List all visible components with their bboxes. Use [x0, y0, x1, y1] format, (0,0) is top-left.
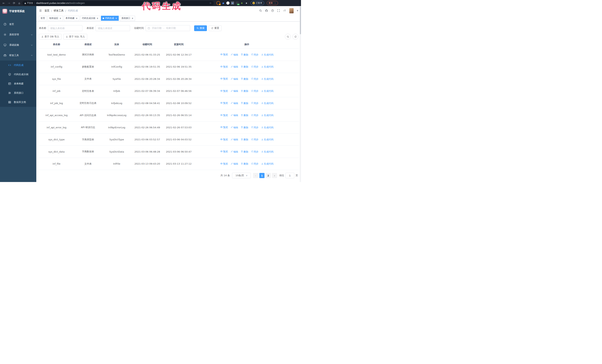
chevron-down-icon[interactable]: ▼ — [297, 10, 298, 12]
generate-code-link[interactable]: 生成代码 — [261, 138, 274, 141]
edit-link[interactable]: 编辑 — [231, 89, 238, 93]
sidebar-subitem-5[interactable]: 数据库文档 — [0, 98, 36, 107]
extension-icon[interactable]: ♠ — [240, 1, 243, 5]
generate-code-link[interactable]: 生成代码 — [261, 102, 274, 105]
delete-link[interactable]: 删除 — [241, 138, 248, 141]
edit-link[interactable]: 编辑 — [231, 65, 238, 69]
sidebar-item-3[interactable]: 基础设施 — [0, 40, 36, 50]
generate-code-link[interactable]: 生成代码 — [261, 89, 274, 93]
preview-link[interactable]: 预览 — [220, 53, 228, 56]
preview-link[interactable]: 预览 — [220, 138, 228, 141]
tab-系统接口[interactable]: 系统接口× — [120, 16, 135, 21]
sync-link[interactable]: 同步 — [251, 126, 258, 129]
paused-badge[interactable]: 已暂停 — [251, 1, 264, 5]
generate-code-link[interactable]: 生成代码 — [261, 150, 274, 154]
tab-代码生成示例[interactable]: 代码生成示例× — [80, 16, 100, 21]
github-icon[interactable] — [265, 9, 268, 12]
not-secure-warning[interactable]: ▲ 不安全 — [24, 2, 33, 4]
generate-code-link[interactable]: 生成代码 — [261, 65, 274, 69]
sync-link[interactable]: 同步 — [251, 150, 258, 154]
sidebar-item-2[interactable]: 系统管理 — [0, 30, 36, 40]
edit-link[interactable]: 编辑 — [231, 53, 238, 56]
edit-link[interactable]: 编辑 — [231, 138, 238, 141]
edit-link[interactable]: 编辑 — [231, 162, 238, 166]
delete-link[interactable]: 删除 — [241, 126, 248, 129]
puzzle-extension-icon[interactable]: ★ — [245, 1, 248, 5]
delete-link[interactable]: 删除 — [241, 150, 248, 154]
reset-button[interactable]: 重置 — [209, 25, 222, 31]
sync-link[interactable]: 同步 — [251, 89, 258, 93]
close-icon[interactable]: × — [115, 17, 117, 20]
page-2-button[interactable]: 2 — [266, 173, 271, 178]
scrollbar[interactable] — [300, 6, 301, 182]
close-icon[interactable]: × — [97, 17, 98, 20]
preview-link[interactable]: 预览 — [220, 150, 228, 153]
import-sql-button[interactable]: 基于 SQL 导入 — [63, 34, 87, 40]
extension-icon[interactable]: ✓ — [226, 1, 229, 5]
preview-link[interactable]: 预览 — [220, 77, 228, 81]
edit-link[interactable]: 编辑 — [231, 114, 238, 117]
kebab-menu-icon[interactable]: ⋮ — [274, 2, 276, 4]
app-logo[interactable]: 芋道管理系统 — [0, 6, 36, 16]
sync-link[interactable]: 同步 — [251, 162, 258, 166]
prev-page-button[interactable]: ‹ — [253, 173, 258, 178]
preview-link[interactable]: 预览 — [220, 162, 228, 166]
delete-link[interactable]: 删除 — [241, 102, 248, 105]
fullscreen-icon[interactable] — [277, 9, 280, 12]
extension-icon[interactable]: on — [236, 1, 239, 5]
sidebar-subitem-1[interactable]: 代码生成 — [0, 61, 36, 70]
avatar[interactable] — [289, 8, 294, 13]
search-icon[interactable] — [259, 9, 262, 12]
scrollbar-thumb[interactable] — [300, 7, 301, 34]
delete-link[interactable]: 删除 — [241, 162, 248, 166]
sync-link[interactable]: 同步 — [251, 102, 258, 105]
generate-code-link[interactable]: 生成代码 — [261, 126, 274, 129]
extension-icon[interactable]: 1 — [216, 1, 220, 5]
extension-icon[interactable]: ▦ — [231, 1, 234, 5]
tab-表单构建[interactable]: 表单构建× — [64, 16, 79, 21]
sync-link[interactable]: 同步 — [251, 53, 258, 56]
reload-icon[interactable]: ⟳ — [12, 1, 16, 5]
page-1-button[interactable]: 1 — [259, 173, 265, 178]
date-range-picker[interactable]: 开始日期 - 结束日期 — [146, 25, 190, 31]
tab-首页[interactable]: 首页 — [39, 16, 47, 21]
close-icon[interactable]: × — [76, 17, 78, 20]
sync-link[interactable]: 同步 — [251, 77, 258, 81]
generate-code-link[interactable]: 生成代码 — [261, 114, 274, 117]
page-size-select[interactable]: 10条/页 ▼ — [232, 173, 251, 178]
generate-code-link[interactable]: 生成代码 — [261, 77, 274, 81]
bookmark-star-icon[interactable]: ☆ — [209, 2, 212, 4]
preview-link[interactable]: 预览 — [220, 126, 228, 129]
table-desc-input[interactable] — [96, 25, 130, 31]
preview-link[interactable]: 预览 — [220, 102, 228, 105]
delete-link[interactable]: 删除 — [241, 53, 248, 56]
next-page-button[interactable]: › — [272, 173, 277, 178]
preview-link[interactable]: 预览 — [220, 65, 228, 69]
preview-link[interactable]: 预览 — [220, 114, 228, 117]
back-icon[interactable]: ← — [1, 1, 6, 5]
refresh-button[interactable] — [292, 34, 298, 40]
generate-code-link[interactable]: 生成代码 — [261, 53, 274, 56]
table-name-input[interactable] — [48, 25, 82, 31]
toggle-search-button[interactable] — [285, 34, 291, 40]
close-icon[interactable]: × — [131, 17, 133, 20]
delete-link[interactable]: 删除 — [241, 65, 248, 69]
close-icon[interactable]: × — [59, 17, 61, 20]
preview-link[interactable]: 预览 — [220, 89, 228, 93]
sidebar-subitem-3[interactable]: 表单构建 — [0, 79, 36, 88]
font-size-icon[interactable]: TT — [283, 9, 286, 12]
sidebar-subitem-4[interactable]: 系统接口 — [0, 88, 36, 98]
edit-link[interactable]: 编辑 — [231, 77, 238, 81]
breadcrumb-item[interactable]: 首页 — [44, 9, 49, 12]
search-button[interactable]: 搜索 — [194, 25, 207, 31]
breadcrumb-item[interactable]: 研发工具 — [54, 9, 64, 12]
delete-link[interactable]: 删除 — [241, 77, 248, 81]
sync-link[interactable]: 同步 — [251, 138, 258, 141]
sidebar-item-4[interactable]: 研发工具 — [0, 50, 36, 61]
goto-page-input[interactable] — [285, 173, 294, 178]
forward-icon[interactable]: → — [7, 1, 11, 5]
import-db-button[interactable]: 基于 DB 导入 — [39, 34, 62, 40]
hamburger-icon[interactable] — [39, 9, 42, 12]
update-button[interactable]: 更新 ⋮ — [267, 1, 278, 5]
tab-代码生成[interactable]: 代码生成× — [101, 16, 119, 21]
